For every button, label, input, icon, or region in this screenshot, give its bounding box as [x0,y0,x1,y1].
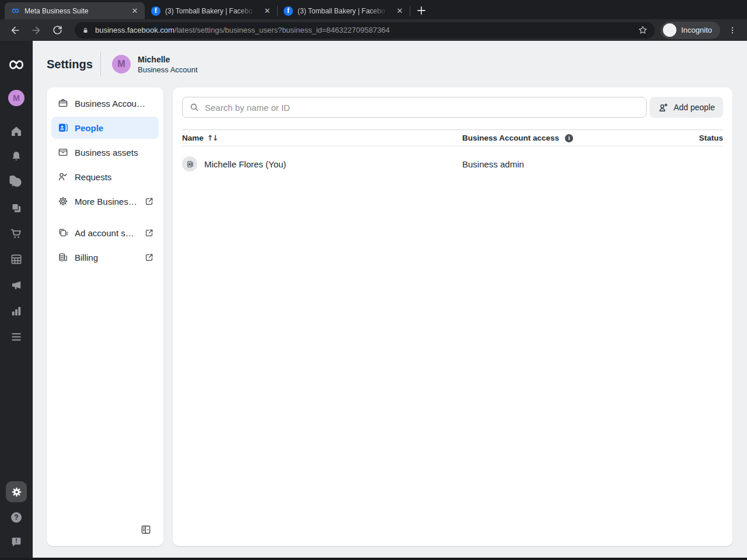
people-card-icon [57,122,69,134]
all-tools-menu-icon[interactable] [10,330,23,344]
tab-title: (3) Tomball Bakery | Facebo [298,7,390,15]
facebook-icon: f [151,6,160,16]
close-tab-icon[interactable]: ✕ [262,6,273,16]
search-icon [189,102,200,113]
incognito-badge: Incognito [661,22,720,39]
people-toolbar: Add people [182,97,723,118]
business-account-type: Business Account [138,65,198,75]
content-posts-icon[interactable] [10,201,23,215]
people-table: Name ↑↓ Business Account access i Status [182,130,723,181]
nav-item-label: Business assets [75,148,138,158]
home-icon[interactable] [9,124,23,138]
ads-megaphone-icon[interactable] [10,278,23,292]
messages-chat-icon[interactable] [10,176,23,189]
nav-item-business-assets[interactable]: Business assets [51,141,159,163]
billing-coins-icon [57,251,69,263]
settings-header: Settings M Michelle Business Account [33,41,747,88]
person-access: Business admin [462,159,723,169]
nav-item-label: More Busines… [75,197,137,206]
window-bottom-edge [0,558,747,560]
table-row[interactable]: Michelle Flores (You) Business admin [182,146,723,181]
settings-nav: Business Accou… People [47,88,163,546]
business-account-info[interactable]: Michelle Business Account [138,54,198,75]
new-tab-button[interactable] [414,3,429,18]
incognito-label: Incognito [681,26,712,34]
nav-item-requests[interactable]: Requests [51,166,159,188]
briefcase-icon [57,97,69,109]
close-tab-icon[interactable]: ✕ [130,6,140,16]
column-status: Status [699,134,723,142]
assets-box-icon [57,146,69,158]
tab-separator [410,6,410,16]
meta-logo-icon[interactable] [8,56,25,74]
settings-gear-icon[interactable] [6,481,27,502]
meta-business-suite-page: M [0,41,747,560]
search-input[interactable] [182,97,647,118]
nav-item-people[interactable]: People [51,117,159,139]
commerce-cart-icon[interactable] [10,227,23,240]
nav-item-label: Business Accou… [75,99,145,108]
external-link-icon [144,197,154,206]
gear-outline-icon [57,195,69,207]
nav-item-more-business-settings[interactable]: More Busines… [51,190,159,212]
svg-text:?: ? [14,513,18,522]
bookmark-star-icon[interactable] [636,24,649,37]
nav-item-label: Ad account s… [75,228,134,238]
ad-account-icon [57,227,69,239]
table-header: Name ↑↓ Business Account access i Status [182,130,723,146]
tab-meta-business-suite[interactable]: Meta Business Suite ✕ [5,2,145,19]
nav-item-label: People [75,123,103,133]
person-check-icon [57,171,69,183]
column-name[interactable]: Name ↑↓ [182,134,462,142]
collapse-sidebar-icon[interactable] [140,524,152,536]
sort-icon[interactable]: ↑↓ [207,134,218,142]
header-divider [100,52,101,76]
refresh-button[interactable] [49,22,65,38]
tab-tomball-bakery-2[interactable]: f (3) Tomball Bakery | Facebo ✕ [278,2,410,19]
person-name: Michelle Flores (You) [204,159,286,169]
person-avatar [182,156,197,172]
add-people-button[interactable]: Add people [650,97,723,118]
business-account-name: Michelle [138,54,198,65]
people-panel: Add people Name ↑↓ Business Account acce… [173,88,732,546]
svg-text:!: ! [15,538,17,544]
external-link-icon [144,228,154,238]
business-account-avatar[interactable]: M [111,54,132,75]
feedback-icon[interactable]: ! [10,536,23,548]
forward-button[interactable] [28,22,44,38]
info-icon[interactable]: i [565,134,573,142]
help-icon[interactable]: ? [9,510,23,524]
tab-tomball-bakery-1[interactable]: f (3) Tomball Bakery | Facebo ✕ [145,2,277,19]
back-button[interactable] [7,22,23,38]
url-path: /latest/settings/business_users?business… [174,26,390,34]
nav-item-billing[interactable]: Billing [51,246,159,268]
column-business-account-access: Business Account access i [462,134,699,142]
url-bar[interactable]: business.facebook.com/latest/settings/bu… [75,22,655,38]
person-plus-icon [658,102,669,113]
add-people-label: Add people [673,103,715,112]
incognito-icon [663,23,676,37]
notifications-bell-icon[interactable] [10,150,23,163]
insights-chart-icon[interactable] [10,304,23,318]
search-box [182,97,647,118]
nav-item-business-account[interactable]: Business Accou… [51,92,159,114]
tab-title: Meta Business Suite [25,7,125,15]
nav-item-ad-account-settings[interactable]: Ad account s… [51,222,159,244]
external-link-icon [144,253,154,262]
tab-title: (3) Tomball Bakery | Facebo [165,7,257,15]
close-tab-icon[interactable]: ✕ [395,6,405,16]
url-domain: business.facebook.com [95,26,174,34]
person-name-cell: Michelle Flores (You) [182,156,462,172]
planner-calendar-icon[interactable] [10,253,23,266]
url-text: business.facebook.com/latest/settings/bu… [95,26,636,34]
facebook-icon: f [284,6,293,16]
nav-item-label: Requests [75,172,111,182]
business-avatar[interactable]: M [8,90,25,106]
page-title: Settings [47,58,93,71]
nav-item-label: Billing [75,253,98,262]
browser-window: Meta Business Suite ✕ f (3) Tomball Bake… [0,0,747,560]
meta-logo-icon [11,6,20,16]
browser-toolbar: business.facebook.com/latest/settings/bu… [0,19,747,41]
browser-menu-icon[interactable] [725,23,740,38]
settings-content: Settings M Michelle Business Account [33,41,747,560]
